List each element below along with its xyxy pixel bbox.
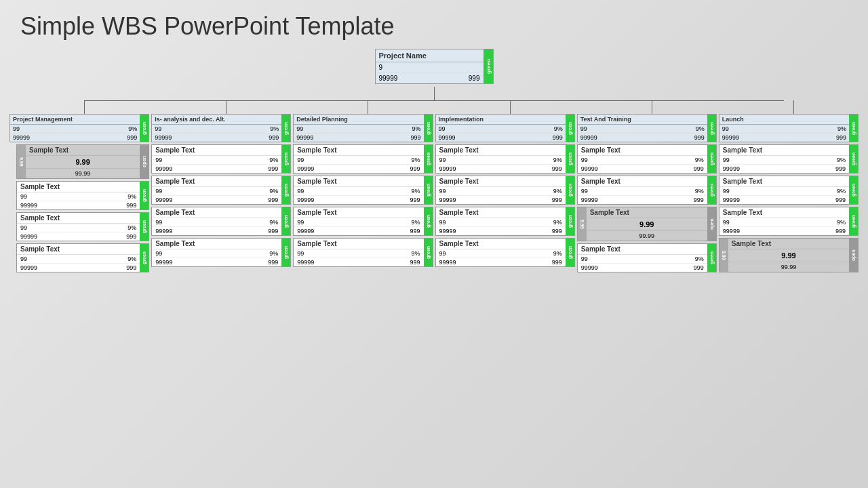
col6-header: Launch: [719, 115, 849, 125]
col-4-header-node[interactable]: Implementation 999% 99999999 green: [435, 114, 575, 142]
col3-header: Detailed Planning: [294, 115, 423, 125]
col-3-header-node[interactable]: Detailed Planning 999% 99999999 green: [293, 114, 433, 142]
col6-child1[interactable]: Sample Text 999% 99999999 green: [719, 144, 859, 174]
col1-child4-header: Sample Text: [17, 244, 140, 255]
col6-child4[interactable]: 9.99 Sample Text 9.99 99.99 open: [719, 238, 859, 272]
col-2: Is- analysis and dec. Alt. 999% 99999999…: [151, 114, 291, 272]
col1-child4[interactable]: Sample Text 999% 99999999 green: [16, 243, 149, 272]
col-6: Launch 999% 99999999 green Sample Text 9…: [719, 114, 859, 272]
top-node-row2-right: 999: [469, 75, 480, 82]
col5-header: Test And Training: [578, 115, 707, 125]
col-2-header-node[interactable]: Is- analysis and dec. Alt. 999% 99999999…: [151, 114, 291, 142]
top-node-row1: 9: [379, 64, 383, 71]
col5-child4[interactable]: Sample Text 999% 99999999 green: [577, 243, 717, 272]
col4-child4[interactable]: Sample Text 999% 99999999 green: [435, 238, 575, 267]
col1-child3-side: green: [140, 213, 149, 241]
v-conn-4: [510, 100, 511, 114]
top-node[interactable]: Project Name 9 99999 999 green: [375, 49, 494, 84]
col2-child3[interactable]: Sample Text 999% 99999999 green: [151, 207, 291, 236]
top-node-side: green: [484, 49, 493, 83]
col4-child2[interactable]: Sample Text 999% 99999999 green: [435, 176, 575, 205]
col4-child1[interactable]: Sample Text 999% 99999999 green: [435, 144, 575, 174]
col-6-header-node[interactable]: Launch 999% 99999999 green: [719, 114, 859, 142]
col2-header: Is- analysis and dec. Alt.: [152, 115, 281, 125]
col1-child2-header: Sample Text: [17, 182, 140, 192]
col6-child3[interactable]: Sample Text 999% 99999999 green: [719, 207, 859, 236]
page-title: Simple WBS PowerPoint Template: [0, 0, 868, 46]
v-conn-1: [84, 100, 85, 114]
col2-child1[interactable]: Sample Text 999% 99999999 green: [151, 144, 291, 174]
col1-child1-side: open: [140, 145, 149, 178]
col1-child1-header: Sample Text: [26, 145, 140, 156]
col4-header: Implementation: [436, 115, 566, 125]
col1-header: Project Management: [10, 115, 140, 125]
v-conn-6: [793, 100, 794, 114]
col-1-header-node[interactable]: Project Management 999% 99999999 green: [9, 114, 149, 142]
col6-child2[interactable]: Sample Text 999% 99999999 green: [719, 176, 859, 205]
col1-child1-bottom: 99.99: [26, 169, 140, 178]
col3-child1[interactable]: Sample Text 999% 99999999 green: [293, 144, 433, 174]
col-3: Detailed Planning 999% 99999999 green Sa…: [293, 114, 433, 272]
col1-side: green: [140, 115, 149, 142]
col2-side: green: [281, 115, 290, 142]
columns-area: Project Management 999% 99999999 green 9…: [8, 114, 860, 272]
col3-child2[interactable]: Sample Text 999% 99999999 green: [293, 176, 433, 205]
top-node-row2-left: 99999: [379, 75, 398, 82]
v-conn-5: [652, 100, 652, 114]
col1-child4-side: green: [140, 244, 149, 272]
wbs-diagram: Project Name 9 99999 999 green: [0, 46, 868, 272]
col4-child3[interactable]: Sample Text 999% 99999999 green: [435, 207, 575, 236]
col1-child3[interactable]: Sample Text 999% 99999999 green: [16, 212, 149, 241]
col1-child1-left-side: 9.99: [17, 145, 26, 178]
v-conn-3: [368, 100, 368, 114]
top-v-connector: [434, 87, 435, 100]
col3-child4[interactable]: Sample Text 999% 99999999 green: [293, 238, 433, 267]
col2-child2[interactable]: Sample Text 999% 99999999 green: [151, 176, 291, 205]
col-1: Project Management 999% 99999999 green 9…: [9, 114, 149, 272]
v-conn-2: [226, 100, 226, 114]
col-5: Test And Training 999% 99999999 green Sa…: [577, 114, 717, 272]
top-node-wrapper: Project Name 9 99999 999 green: [8, 46, 860, 100]
col5-child1[interactable]: Sample Text 999% 99999999 green: [577, 144, 717, 174]
col1-child1[interactable]: 9.99 Sample Text 9.99 99.99 open: [16, 144, 149, 179]
col2-child4[interactable]: Sample Text 999% 99999999 green: [151, 238, 291, 267]
col-4: Implementation 999% 99999999 green Sampl…: [435, 114, 575, 272]
top-node-header: Project Name: [376, 49, 484, 62]
col1-child3-header: Sample Text: [17, 213, 140, 224]
col1-child2-side: green: [140, 182, 149, 209]
col1-child1-val: 9.99: [26, 156, 140, 169]
col1-child2[interactable]: Sample Text 999% 99999999 green: [16, 181, 149, 210]
main-h-connector: [84, 100, 785, 101]
col5-child2[interactable]: Sample Text 999% 99999999 green: [577, 176, 717, 205]
col-5-header-node[interactable]: Test And Training 999% 99999999 green: [577, 114, 717, 142]
col5-child3[interactable]: 9.99 Sample Text 9.99 99.99 open: [577, 207, 717, 241]
col3-child3[interactable]: Sample Text 999% 99999999 green: [293, 207, 433, 236]
